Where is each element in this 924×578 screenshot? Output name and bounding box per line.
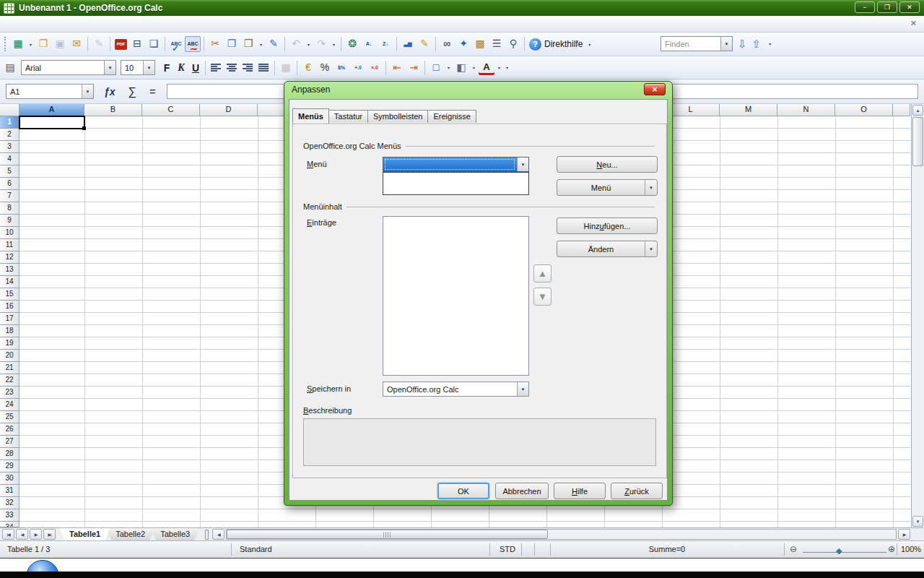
formatting-toolbar-overflow-icon[interactable]: ▾ <box>503 65 511 70</box>
row-header-14[interactable]: 14 <box>0 276 19 288</box>
column-header-o[interactable]: O <box>835 104 893 116</box>
font-name-combobox[interactable]: Arial ▼ <box>21 60 116 75</box>
grid-column-a[interactable] <box>19 116 84 527</box>
first-sheet-icon[interactable]: |◀ <box>2 529 14 540</box>
background-color-icon[interactable]: ◧ <box>453 60 469 76</box>
row-header-24[interactable]: 24 <box>0 399 19 411</box>
dialog-close-button[interactable]: ✕ <box>644 83 666 95</box>
email-icon[interactable]: ✉ <box>69 36 84 52</box>
row-header-26[interactable]: 26 <box>0 423 19 436</box>
tab-tastatur[interactable]: Tastatur <box>328 110 368 123</box>
underline-button[interactable]: U <box>188 61 203 75</box>
sheet-tab-tabelle3[interactable]: Tabelle3 <box>151 528 199 540</box>
horizontal-scrollbar-thumb[interactable] <box>227 530 548 539</box>
find-previous-icon[interactable]: ⇧ <box>752 38 762 51</box>
row-header-32[interactable]: 32 <box>0 497 19 509</box>
auto-spellcheck-icon[interactable]: ABC <box>185 36 201 52</box>
italic-button[interactable]: K <box>174 61 188 75</box>
row-header-2[interactable]: 2 <box>0 129 19 141</box>
delete-decimal-icon[interactable]: ×.0 <box>367 60 383 76</box>
restore-button[interactable]: ❐ <box>877 1 897 13</box>
menu-combobox-dropdown-icon[interactable]: ▼ <box>517 158 528 171</box>
format-paintbrush-icon[interactable]: ✎ <box>266 36 282 52</box>
align-left-icon[interactable] <box>210 62 222 73</box>
decrease-indent-icon[interactable]: ⇤ <box>389 60 405 76</box>
scroll-up-icon[interactable]: ▲ <box>912 105 923 116</box>
move-up-button[interactable]: ▲ <box>533 264 552 282</box>
ok-button[interactable]: OK <box>437 483 489 499</box>
tab-symbolleisten[interactable]: Symbolleisten <box>367 110 428 123</box>
speichern-in-dropdown-icon[interactable]: ▼ <box>517 382 528 396</box>
selection-mode[interactable]: STD <box>500 545 515 553</box>
sum-icon[interactable]: ∑ <box>128 85 136 98</box>
menu-combobox[interactable]: ▼ <box>383 157 529 172</box>
help-icon[interactable]: ? <box>529 38 541 51</box>
vertical-scrollbar-thumb[interactable] <box>912 117 923 166</box>
row-header-15[interactable]: 15 <box>0 288 19 301</box>
zoom-slider-track[interactable] <box>803 552 886 553</box>
name-box[interactable]: A1 ▼ <box>6 84 94 99</box>
previous-sheet-icon[interactable]: ◀ <box>16 529 28 540</box>
hilfe-button[interactable]: Hilfe <box>554 483 606 499</box>
row-header-17[interactable]: 17 <box>0 313 19 325</box>
zoom-slider-thumb[interactable]: ◆ <box>836 546 842 556</box>
sort-descending-icon[interactable]: Z↓ <box>378 36 393 52</box>
zoom-icon[interactable]: ⚲ <box>505 36 521 52</box>
row-header-4[interactable]: 4 <box>0 153 19 165</box>
column-header-c[interactable]: C <box>142 104 200 116</box>
redo-dropdown-icon[interactable]: ▾ <box>330 42 338 47</box>
row-header-1[interactable]: 1 <box>0 116 19 129</box>
insert-chart-icon[interactable]: ▃▆ <box>400 36 416 52</box>
background-color-dropdown-icon[interactable]: ▾ <box>470 65 478 70</box>
font-color-icon[interactable]: A <box>479 61 494 75</box>
zoom-out-icon[interactable]: ⊖ <box>790 544 797 554</box>
zoom-level[interactable]: 100% <box>901 545 921 553</box>
scroll-right-icon[interactable]: ▶ <box>898 529 910 540</box>
aendern-button[interactable]: Ändern ▼ <box>557 241 658 257</box>
paste-dropdown-icon[interactable]: ▾ <box>257 42 265 47</box>
print-icon[interactable]: ⊟ <box>129 36 145 52</box>
new-document-icon[interactable]: ▦ <box>10 36 26 52</box>
column-header-n[interactable]: N <box>777 104 835 116</box>
percent-icon[interactable]: % <box>317 60 333 76</box>
row-header-27[interactable]: 27 <box>0 436 19 448</box>
neu-button[interactable]: Neu... <box>557 156 658 173</box>
column-header-a[interactable]: A <box>19 104 84 116</box>
format-standard-icon[interactable]: $% <box>334 60 349 76</box>
row-header-19[interactable]: 19 <box>0 337 19 350</box>
row-header-30[interactable]: 30 <box>0 473 19 485</box>
row-header-10[interactable]: 10 <box>0 227 19 239</box>
scroll-left-icon[interactable]: ◀ <box>212 529 225 540</box>
row-header-29[interactable]: 29 <box>0 460 19 473</box>
zoom-in-icon[interactable]: ⊕ <box>888 544 895 554</box>
select-all-corner[interactable] <box>0 104 19 116</box>
find-replace-icon[interactable]: ∞ <box>439 36 455 52</box>
row-header-3[interactable]: 3 <box>0 141 19 153</box>
font-color-dropdown-icon[interactable]: ▾ <box>495 65 503 70</box>
formula-icon[interactable]: = <box>149 85 156 98</box>
zurueck-button[interactable]: Zurück <box>611 483 663 499</box>
find-next-icon[interactable]: ⇩ <box>738 38 747 51</box>
font-size-dropdown-icon[interactable]: ▼ <box>143 61 154 74</box>
row-header-16[interactable]: 16 <box>0 301 19 313</box>
scroll-down-icon[interactable]: ▼ <box>912 516 923 527</box>
tab-menus[interactable]: Menüs <box>292 108 329 124</box>
row-header-18[interactable]: 18 <box>0 325 19 337</box>
finden-dropdown-icon[interactable]: ▼ <box>720 37 732 51</box>
align-center-icon[interactable] <box>226 62 238 73</box>
column-header-d[interactable]: D <box>200 104 258 116</box>
speichern-in-combobox[interactable]: OpenOffice.org Calc ▼ <box>383 381 529 397</box>
spelling-icon[interactable]: ABC <box>168 36 184 52</box>
sort-ascending-icon[interactable]: A↓ <box>361 36 377 52</box>
finden-search-box[interactable]: Finden ▼ <box>661 36 733 51</box>
toolbar-grip[interactable] <box>4 37 8 51</box>
minimize-button[interactable]: − <box>855 1 875 13</box>
borders-icon[interactable]: □ <box>428 60 444 76</box>
column-header-m[interactable]: M <box>720 104 777 116</box>
hinzufuegen-button[interactable]: Hinzufügen... <box>557 217 658 234</box>
sum-display[interactable]: Summe=0 <box>550 545 784 553</box>
new-document-dropdown-icon[interactable]: ▾ <box>27 42 35 47</box>
row-header-33[interactable]: 33 <box>0 509 19 522</box>
horizontal-scrollbar[interactable] <box>226 529 897 540</box>
find-toolbar-overflow-icon[interactable]: ▾ <box>766 41 774 46</box>
